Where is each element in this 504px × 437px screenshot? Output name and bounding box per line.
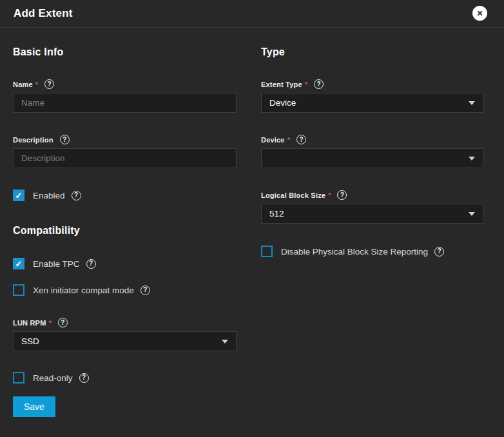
required-asterisk: * <box>49 319 52 327</box>
device-label-row: Device * ? <box>261 135 483 144</box>
extent-type-label: Extent Type <box>261 81 302 88</box>
help-glyph: ? <box>74 192 78 199</box>
help-icon[interactable]: ? <box>434 247 444 257</box>
page-title: Add Extent <box>14 7 73 20</box>
help-icon[interactable]: ? <box>314 79 324 89</box>
chevron-down-icon <box>222 340 228 344</box>
help-icon[interactable]: ? <box>44 79 54 89</box>
device-select[interactable] <box>261 148 483 168</box>
xen-compat-label: Xen initiator compat mode <box>33 286 134 295</box>
section-heading-basic-info: Basic Info <box>13 46 237 58</box>
close-glyph: ✕ <box>476 10 483 17</box>
required-asterisk: * <box>35 81 38 88</box>
extent-type-label-row: Extent Type * ? <box>261 79 483 89</box>
read-only-label: Read-only <box>33 373 73 383</box>
description-input[interactable] <box>13 148 237 168</box>
section-heading-compatibility: Compatibility <box>13 225 237 237</box>
dialog-header: Add Extent ✕ <box>0 0 504 28</box>
name-label-row: Name * ? <box>13 79 237 89</box>
extent-type-value: Device <box>269 98 296 108</box>
required-asterisk: * <box>328 191 331 199</box>
logical-block-size-value: 512 <box>269 209 284 218</box>
lun-rpm-select[interactable]: SSD <box>13 331 237 351</box>
help-icon[interactable]: ? <box>86 259 96 269</box>
help-icon[interactable]: ? <box>58 318 68 327</box>
help-glyph: ? <box>340 192 344 199</box>
help-icon[interactable]: ? <box>141 286 150 295</box>
enabled-checkbox[interactable]: ✓ <box>13 189 24 201</box>
help-icon[interactable]: ? <box>60 135 70 144</box>
lun-rpm-label: LUN RPM <box>13 319 46 327</box>
help-glyph: ? <box>61 320 64 326</box>
dialog-body: Basic Info Name * ? Description ? ✓ Enab… <box>0 28 504 436</box>
help-glyph: ? <box>316 81 320 88</box>
help-glyph: ? <box>89 260 93 267</box>
enable-tpc-checkbox[interactable]: ✓ <box>13 258 24 269</box>
logical-block-size-label: Logical Block Size <box>261 191 325 199</box>
left-column: Basic Info Name * ? Description ? ✓ Enab… <box>13 28 237 417</box>
close-icon[interactable]: ✕ <box>472 6 487 21</box>
enabled-checkbox-row[interactable]: ✓ Enabled ? <box>13 189 237 201</box>
lun-rpm-label-row: LUN RPM * ? <box>13 318 237 327</box>
name-label: Name <box>13 81 33 88</box>
help-icon[interactable]: ? <box>79 373 89 383</box>
xen-compat-checkbox-row[interactable]: ✓ Xen initiator compat mode ? <box>13 284 237 296</box>
logical-block-size-label-row: Logical Block Size * ? <box>261 190 483 200</box>
help-glyph: ? <box>143 287 147 293</box>
help-icon[interactable]: ? <box>296 135 306 144</box>
help-glyph: ? <box>63 137 66 143</box>
enable-tpc-label: Enable TPC <box>33 259 80 269</box>
read-only-checkbox[interactable]: ✓ <box>13 372 24 384</box>
name-input[interactable] <box>13 93 237 113</box>
disable-physical-block-size-checkbox[interactable]: ✓ <box>261 246 273 257</box>
logical-block-size-select[interactable]: 512 <box>261 204 483 224</box>
chevron-down-icon <box>469 212 475 216</box>
xen-compat-checkbox[interactable]: ✓ <box>13 284 24 296</box>
required-asterisk: * <box>305 81 307 88</box>
lun-rpm-value: SSD <box>21 336 39 346</box>
help-glyph: ? <box>82 374 86 381</box>
read-only-checkbox-row[interactable]: ✓ Read-only ? <box>13 372 237 384</box>
enabled-label: Enabled <box>33 191 65 200</box>
save-button[interactable]: Save <box>13 396 55 417</box>
disable-physical-block-size-label: Disable Physical Block Size Reporting <box>281 247 428 257</box>
description-label-row: Description ? <box>13 135 237 144</box>
section-heading-type: Type <box>261 46 483 58</box>
enable-tpc-checkbox-row[interactable]: ✓ Enable TPC ? <box>13 258 237 269</box>
right-column: Type Extent Type * ? Device Device * ? L… <box>261 28 483 417</box>
description-label: Description <box>13 136 53 144</box>
extent-type-select[interactable]: Device <box>261 93 483 113</box>
help-glyph: ? <box>299 137 303 143</box>
chevron-down-icon <box>469 101 475 105</box>
device-label: Device <box>261 136 285 144</box>
help-glyph: ? <box>438 248 441 255</box>
checkmark-icon: ✓ <box>15 191 23 200</box>
help-icon[interactable]: ? <box>337 190 347 200</box>
chevron-down-icon <box>469 157 475 160</box>
disable-physical-block-size-checkbox-row[interactable]: ✓ Disable Physical Block Size Reporting … <box>261 246 483 257</box>
checkmark-icon: ✓ <box>15 260 23 268</box>
help-glyph: ? <box>47 81 51 88</box>
required-asterisk: * <box>287 136 290 144</box>
help-icon[interactable]: ? <box>72 191 81 200</box>
